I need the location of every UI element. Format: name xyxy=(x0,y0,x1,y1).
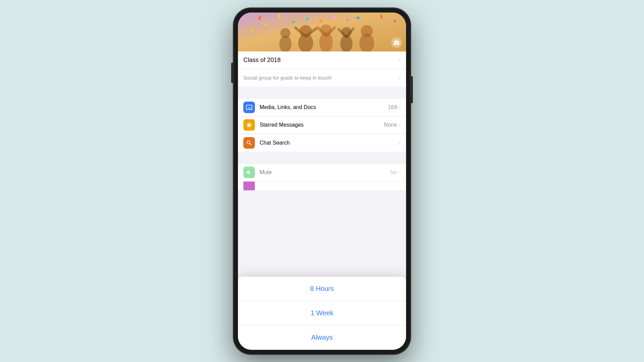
media-links-docs-chevron: › xyxy=(399,105,401,110)
starred-messages-item[interactable]: Starred Messages None › xyxy=(238,116,406,134)
media-links-docs-label: Media, Links, and Docs xyxy=(260,104,388,110)
group-desc-chevron: › xyxy=(399,75,401,81)
mute-chevron: › xyxy=(399,170,401,175)
camera-button[interactable] xyxy=(391,37,402,48)
group-description: Social group for grads to keep in touch! xyxy=(243,75,399,81)
media-icon-wrapper xyxy=(243,102,255,113)
mute-1week-option[interactable]: 1 Week xyxy=(238,301,406,325)
chat-search-label: Chat Search xyxy=(260,140,397,146)
section-divider-2 xyxy=(238,152,406,164)
mute-value: No xyxy=(390,169,397,175)
search-icon xyxy=(246,140,253,146)
mute-duration-sheet: 8 Hours 1 Week Always xyxy=(238,277,406,350)
chat-search-icon-wrapper xyxy=(243,137,255,149)
image-icon xyxy=(246,104,253,111)
starred-messages-value: None xyxy=(384,122,397,128)
group-info-section: Class of 2018 › Social group for grads t… xyxy=(238,51,406,87)
star-icon xyxy=(246,122,253,128)
svg-point-20 xyxy=(361,25,373,37)
media-links-docs-value: 169 xyxy=(388,104,397,110)
group-name-chevron: › xyxy=(399,57,401,63)
section-divider-1 xyxy=(238,87,406,99)
media-section: Media, Links, and Docs 169 › Starred Mes… xyxy=(238,99,406,152)
mute-item[interactable]: Mute No › xyxy=(238,164,406,182)
group-name: Class of 2018 xyxy=(243,57,399,64)
svg-point-22 xyxy=(280,28,290,38)
starred-messages-label: Starred Messages xyxy=(260,122,384,128)
mute-always-option[interactable]: Always xyxy=(238,325,406,350)
camera-icon xyxy=(394,40,400,46)
mute-1week-label: 1 Week xyxy=(310,309,333,317)
chat-search-item[interactable]: Chat Search › xyxy=(238,134,406,152)
mute-icon-wrapper xyxy=(243,167,255,178)
starred-icon-wrapper xyxy=(243,119,255,131)
media-links-docs-item[interactable]: Media, Links, and Docs 169 › xyxy=(238,99,406,116)
chat-search-chevron: › xyxy=(399,140,401,146)
phone-screen: Class of 2018 › Social group for grads t… xyxy=(238,13,406,350)
group-description-row[interactable]: Social group for grads to keep in touch!… xyxy=(238,69,406,87)
volume-icon xyxy=(246,169,253,176)
mute-section: Mute No › xyxy=(238,164,406,190)
group-name-row[interactable]: Class of 2018 › xyxy=(238,51,406,69)
mute-always-label: Always xyxy=(311,334,333,341)
mute-label: Mute xyxy=(260,169,390,175)
hero-image xyxy=(238,13,406,51)
mute-8hours-label: 8 Hours xyxy=(310,285,334,293)
partial-item xyxy=(238,182,406,190)
phone-wrapper: Class of 2018 › Social group for grads t… xyxy=(234,8,410,354)
mute-8hours-option[interactable]: 8 Hours xyxy=(238,277,406,301)
starred-messages-chevron: › xyxy=(399,122,401,128)
